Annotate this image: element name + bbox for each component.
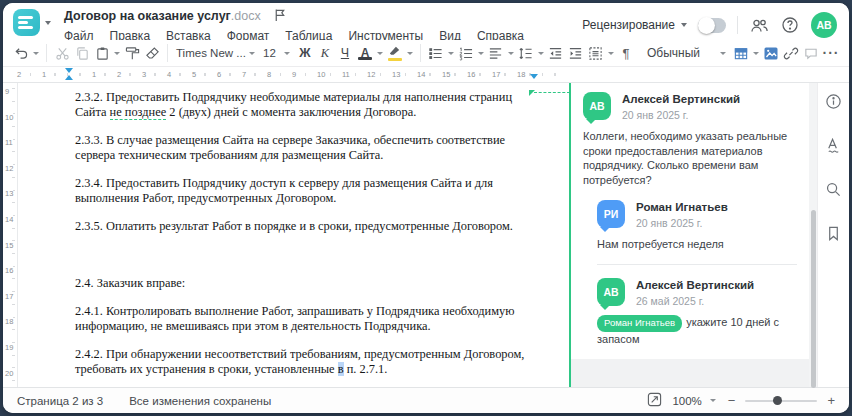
comment-separator bbox=[597, 264, 797, 265]
review-caret-icon bbox=[681, 23, 687, 27]
pilcrow-icon[interactable] bbox=[616, 42, 636, 64]
comment-1-date: 20 янв 2025 г. bbox=[622, 109, 740, 121]
v-ruler-number: 10 bbox=[5, 113, 13, 122]
line-spacing-caret-icon[interactable] bbox=[538, 52, 544, 55]
image-icon[interactable] bbox=[761, 42, 781, 64]
document-page[interactable]: 2.3.2. Предоставить Подрядчику необходим… bbox=[18, 83, 569, 387]
outdent-icon[interactable] bbox=[546, 42, 566, 64]
copy-icon[interactable] bbox=[72, 42, 92, 64]
paragraph-2-3-3[interactable]: 2.3.3. В случае размещения Сайта на серв… bbox=[75, 133, 537, 163]
reply-2-text: Роман Игнатьевукажите 10 дней с запасом bbox=[597, 315, 797, 347]
bullet-list-icon[interactable] bbox=[426, 42, 446, 64]
review-toggle[interactable] bbox=[698, 18, 726, 33]
v-ruler-number: 11 bbox=[5, 138, 13, 147]
spellcheck-icon[interactable] bbox=[824, 136, 843, 155]
align-caret-icon[interactable] bbox=[508, 52, 514, 55]
line-spacing-icon[interactable] bbox=[516, 42, 536, 64]
comment-thread-card[interactable]: АВ Алексей Вертинский 20 янв 2025 г. Кол… bbox=[571, 83, 809, 359]
highlight-color-button[interactable] bbox=[385, 42, 405, 64]
v-ruler-number: 18 bbox=[5, 317, 13, 326]
zoom-slider-handle[interactable] bbox=[773, 396, 782, 405]
help-icon[interactable] bbox=[780, 14, 800, 36]
zoom-out-button[interactable]: − bbox=[728, 396, 736, 406]
review-mode-button[interactable]: Рецензирование bbox=[582, 18, 687, 32]
paste-icon[interactable] bbox=[92, 42, 112, 64]
fit-width-icon[interactable] bbox=[647, 392, 662, 409]
bullet-list-caret-icon[interactable] bbox=[448, 52, 454, 55]
paragraph-2-3-4[interactable]: 2.3.4. Предоставить Подрядчику доступ к … bbox=[75, 176, 537, 206]
h-ruler-number: 6 bbox=[216, 70, 222, 79]
comment-reply-2[interactable]: АВ Алексей Вертинский 26 май 2025 г. Ром… bbox=[597, 278, 797, 347]
format-painter-icon[interactable] bbox=[122, 42, 142, 64]
clear-style-icon[interactable] bbox=[142, 42, 162, 64]
page-indicator[interactable]: Страница 2 из 3 bbox=[17, 395, 103, 407]
h-ruler-number: 1 bbox=[91, 70, 97, 79]
app-menu-caret-icon[interactable] bbox=[45, 21, 51, 25]
info-icon[interactable] bbox=[824, 92, 843, 111]
zoom-in-button[interactable]: + bbox=[827, 396, 835, 406]
align-left-icon[interactable] bbox=[486, 42, 506, 64]
mention-badge[interactable]: Роман Игнатьев bbox=[597, 315, 682, 333]
more-tools-icon[interactable] bbox=[821, 42, 841, 64]
scrollbar-thumb[interactable] bbox=[811, 210, 816, 388]
table-caret-icon[interactable] bbox=[753, 52, 759, 55]
font-size-select[interactable]: 12 bbox=[260, 45, 295, 61]
h-ruler-number: 11 bbox=[341, 70, 351, 79]
favorite-flag-icon[interactable] bbox=[273, 8, 286, 25]
vertical-ruler[interactable]: 91011121314151617181920 bbox=[3, 83, 18, 387]
paste-caret-icon[interactable] bbox=[114, 52, 120, 55]
paragraph-style-value: Обычный bbox=[647, 46, 700, 60]
italic-button[interactable]: К bbox=[315, 42, 335, 64]
paragraph-2-4-2[interactable]: 2.4.2. При обнаружении несоответствий тр… bbox=[75, 347, 537, 377]
v-ruler-number: 9 bbox=[5, 87, 9, 96]
highlight-caret-icon[interactable] bbox=[407, 52, 413, 55]
h-ruler-number: 4 bbox=[166, 70, 172, 79]
first-line-indent-marker[interactable] bbox=[65, 68, 73, 73]
table-icon[interactable] bbox=[731, 42, 751, 64]
numbered-list-icon[interactable] bbox=[456, 42, 476, 64]
undo-icon[interactable] bbox=[11, 42, 31, 64]
h-ruler-number: 5 bbox=[191, 70, 197, 79]
right-indent-marker[interactable] bbox=[530, 74, 538, 79]
h-ruler-number: 2 bbox=[16, 70, 22, 79]
h-ruler-number: 2 bbox=[116, 70, 122, 79]
font-color-button[interactable]: А bbox=[357, 46, 373, 60]
indent-icon[interactable] bbox=[566, 42, 586, 64]
horizontal-ruler[interactable]: 21123456789101112131415161718 bbox=[3, 67, 849, 83]
user-avatar[interactable]: АВ bbox=[811, 12, 837, 38]
zoom-select[interactable]: 100% bbox=[672, 395, 717, 407]
underline-button[interactable]: Ч bbox=[335, 42, 355, 64]
search-icon[interactable] bbox=[824, 180, 843, 199]
cut-icon[interactable] bbox=[52, 42, 72, 64]
paragraph-2-3-5[interactable]: 2.3.5. Оплатить результат Работ в порядк… bbox=[75, 219, 537, 234]
font-name-select[interactable]: Times New ... bbox=[173, 45, 260, 61]
h-ruler-number: 12 bbox=[366, 70, 376, 79]
paragraph-2-4-1[interactable]: 2.4.1. Контролировать выполнение Работ, … bbox=[75, 304, 537, 334]
collaboration-icon[interactable] bbox=[749, 14, 769, 36]
vertical-scrollbar[interactable] bbox=[809, 83, 817, 387]
paragraph-2-4[interactable]: 2.4. Заказчик вправе: bbox=[75, 276, 537, 291]
bold-button[interactable]: Ж bbox=[295, 42, 315, 64]
document-text[interactable]: 2.3.2. Предоставить Подрядчику необходим… bbox=[18, 83, 569, 387]
paragraph-settings-icon[interactable] bbox=[586, 42, 606, 64]
font-color-caret-icon[interactable] bbox=[377, 52, 383, 55]
paragraph-style-select[interactable]: Обычный bbox=[644, 44, 731, 62]
app-logo-icon[interactable] bbox=[13, 9, 40, 36]
formatting-toolbar: Times New ... 12 Ж К Ч А bbox=[3, 40, 849, 67]
undo-caret-icon[interactable] bbox=[33, 52, 39, 55]
left-indent-marker[interactable] bbox=[65, 75, 73, 80]
v-ruler-number: 19 bbox=[5, 343, 13, 352]
comment-anchor-text[interactable]: не позднее bbox=[110, 105, 167, 120]
main-area: 91011121314151617181920 2.3.2. Предостав… bbox=[3, 83, 849, 387]
paragraph-settings-caret-icon[interactable] bbox=[608, 52, 614, 55]
h-ruler-number: 7 bbox=[241, 70, 247, 79]
numbered-list-caret-icon[interactable] bbox=[478, 52, 484, 55]
bookmark-icon[interactable] bbox=[824, 224, 843, 243]
h-ruler-number: 9 bbox=[291, 70, 297, 79]
comment-icon[interactable] bbox=[801, 42, 821, 64]
link-icon[interactable] bbox=[781, 42, 801, 64]
paragraph-2-3-2[interactable]: 2.3.2. Предоставить Подрядчику необходим… bbox=[75, 90, 537, 120]
comment-reply-1[interactable]: РИ Роман Игнатьев 20 янв 2025 г. Нам пот… bbox=[597, 200, 797, 252]
comment-connector-arrow-icon bbox=[529, 90, 535, 96]
zoom-slider[interactable] bbox=[745, 400, 817, 402]
